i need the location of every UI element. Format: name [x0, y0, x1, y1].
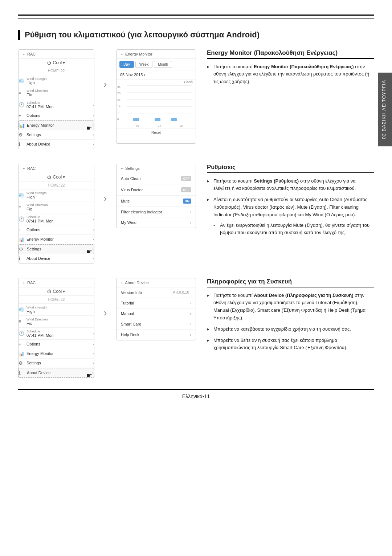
wind-label-1: Wind strength High	[26, 77, 94, 85]
chart-x-axis: 03 04 05	[127, 124, 192, 127]
about-icon-1: ℹ	[19, 142, 26, 147]
y-label-14: 14	[117, 105, 125, 108]
options-icon-1: +	[19, 113, 26, 118]
wind-sublabel-1: Wind strength	[26, 77, 94, 81]
energy-tab-week[interactable]: Week	[135, 61, 152, 68]
mute-toggle[interactable]: ON	[183, 199, 192, 204]
energy-desc-bullet-1: Πατήστε το κουμπί Energy Monitor (Παρακο…	[207, 63, 374, 86]
filter-indicator-row[interactable]: Filter cleaning Indicator ›	[117, 207, 196, 217]
options-row-1: + Options ›	[19, 111, 94, 120]
x-label-05: 05	[180, 124, 183, 127]
help-desk-row[interactable]: Help Desk ›	[117, 330, 196, 340]
settings-icon-3: ⚙	[19, 360, 26, 366]
wind-strength-row-1: 💨 Wind strength High	[19, 75, 94, 87]
settings-desc-heading: Ρυθμίσεις	[207, 164, 374, 173]
screen-area-3: ← About Device Version Info AR.0.0.10 Tu…	[116, 278, 196, 340]
settings-row-1[interactable]: ⚙ Settings ›	[19, 130, 94, 140]
energy-monitor-row-3[interactable]: 📊 Energy Monitor ›	[19, 349, 94, 359]
smart-care-row[interactable]: Smart Care ›	[117, 319, 196, 330]
my-wind-label: My Wind	[121, 220, 190, 225]
about-label-1: About Device	[26, 142, 93, 146]
tutorial-row[interactable]: Tutorial ›	[117, 298, 196, 308]
settings-row-wrapper-2: ⚙ Settings › ☛	[19, 244, 94, 254]
about-screen-header: ← About Device	[117, 278, 196, 287]
power-icon-2: ⏻	[47, 175, 51, 179]
bar-03	[133, 118, 139, 121]
y-label-7: 7	[117, 111, 125, 114]
manual-row[interactable]: Manual ›	[117, 308, 196, 319]
settings-row-3[interactable]: ⚙ Settings ›	[19, 359, 94, 368]
energy-screen-header-1: ← Energy Monitor	[117, 50, 196, 59]
settings-label-2: Settings	[27, 247, 92, 251]
reset-button[interactable]: Reset	[117, 128, 196, 137]
cursor-hand-1: ☛	[86, 124, 92, 132]
screen-area-2: ← Settings Auto Clean OFF Virus Doctor O…	[116, 164, 196, 228]
mute-row[interactable]: Mute ON	[117, 196, 196, 207]
version-info-row: Version Info AR.0.0.10	[117, 287, 196, 298]
wind-dir-label-1: Wind Direction Fix	[26, 89, 94, 97]
energy-screen-1: ← Energy Monitor Day Week Month 05 Nov 2…	[116, 49, 196, 144]
bar-04	[155, 118, 160, 121]
options-row-2: + Options ›	[19, 225, 94, 235]
page-footer: Ελληνικά-11	[18, 389, 374, 399]
smart-care-arrow: ›	[190, 322, 191, 326]
about-row-1[interactable]: ℹ About Device ›	[19, 140, 94, 149]
right-arrow-icon-3: ›	[103, 307, 107, 319]
energy-kwh-label: ● kWh	[117, 79, 196, 85]
power-icon-3: ⏻	[47, 289, 51, 294]
about-row-2[interactable]: ℹ About Device ›	[19, 254, 94, 263]
energy-arrow-1: ›	[92, 123, 94, 127]
energy-date: 05 Nov 2015 ›	[120, 73, 145, 77]
description-area-1: Energy Monitor (Παρακολούθηση Ενέργειας)…	[196, 49, 374, 89]
energy-monitor-row-1[interactable]: 📊 Energy Monitor ›	[19, 120, 94, 130]
settings-label-1: Settings	[26, 132, 93, 137]
wind-strength-row-2: 💨 Wind strengthHigh	[19, 189, 94, 201]
settings-bold-1: Settings (Ρυθμίσεις)	[254, 178, 299, 184]
wind-icon-1: 💨	[19, 78, 26, 83]
phone-area-3: ← RAC ⏻ Cool ▾ HOME: 22 💨 Wind strengthH…	[18, 278, 94, 378]
description-area-3: Πληροφορίες για τη Συσκευή Πατήστε το κο…	[196, 278, 374, 356]
wind-dir-row-3: ≡ Wind DirectionFix	[19, 316, 94, 328]
virus-doctor-row[interactable]: Virus Doctor OFF	[117, 184, 196, 196]
back-arrow-3: ← RAC	[22, 281, 36, 285]
auto-clean-toggle[interactable]: OFF	[181, 176, 191, 181]
schedule-row-3: 🕐 Schedule07:41 PM, Mon ›	[19, 328, 94, 340]
virus-doctor-label: Virus Doctor	[121, 188, 181, 192]
energy-icon-2: 📊	[19, 237, 26, 242]
x-label-03: 03	[136, 124, 139, 127]
options-label-1: Options	[26, 113, 93, 118]
energy-tab-day[interactable]: Day	[119, 61, 134, 68]
auto-clean-label: Auto Clean	[121, 176, 181, 181]
right-arrow-icon-2: ›	[103, 193, 107, 204]
schedule-label-1: Schedule 07:41 PM, Mon	[26, 101, 93, 109]
options-icon-2: +	[19, 227, 26, 233]
top-border-thick	[18, 15, 374, 16]
virus-doctor-toggle[interactable]: OFF	[181, 187, 191, 192]
tutorial-arrow: ›	[190, 301, 191, 305]
back-arrow-2: ← RAC	[22, 166, 36, 171]
energy-icon-1: 📊	[19, 123, 27, 128]
energy-back-1: ← Energy Monitor	[120, 52, 152, 56]
wind-dir-icon-1: ≡	[19, 90, 26, 95]
wind-dir-icon-3: ≡	[19, 319, 26, 324]
home-temp-3: HOME: 22	[19, 296, 94, 304]
settings-selected-row-2[interactable]: ⚙ Settings ›	[19, 244, 94, 254]
phone-screen-1: ← RAC ⏻ Cool ▾ HOME: 22 💨 Wind strength …	[18, 49, 94, 149]
about-desc-bullet-1: Πατήστε το κουμπί About Device (Πληροφορ…	[207, 292, 374, 322]
about-selected-row-3[interactable]: ℹ About Device ›	[19, 368, 94, 378]
cool-label-2: Cool ▾	[53, 175, 65, 180]
filter-arrow: ›	[190, 210, 191, 214]
wind-dir-label-3: Wind DirectionFix	[26, 318, 94, 326]
phone-area-2: ← RAC ⏻ Cool ▾ HOME: 22 💨 Wind strengthH…	[18, 164, 94, 263]
bar-05	[171, 118, 177, 121]
energy-label-2: Energy Monitor	[26, 237, 93, 241]
auto-clean-row[interactable]: Auto Clean OFF	[117, 173, 196, 184]
right-arrow-icon-1: ›	[103, 78, 107, 90]
my-wind-row[interactable]: My Wind ›	[117, 217, 196, 228]
energy-tab-month[interactable]: Month	[154, 61, 172, 68]
y-label-28: 28	[117, 91, 125, 95]
energy-monitor-row-2[interactable]: 📊 Energy Monitor ›	[19, 235, 94, 244]
cool-label-1: Cool ▾	[53, 60, 65, 65]
settings-sub-bullet: Αν έχει ενεργοποιηθεί η λειτουργία Mute …	[213, 222, 374, 237]
schedule-icon-1: 🕐	[19, 102, 26, 107]
